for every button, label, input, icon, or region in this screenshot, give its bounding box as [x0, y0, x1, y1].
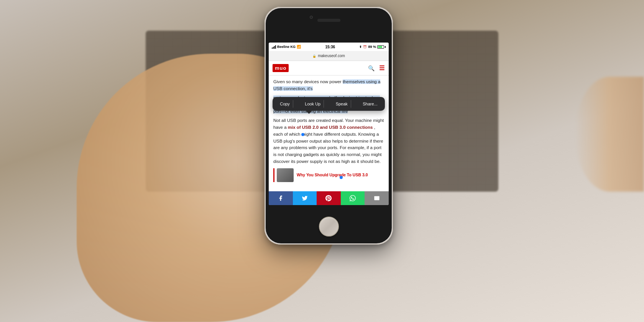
selection-handle-right[interactable] [340, 176, 343, 179]
body-text-3: , each of which might have different out… [273, 125, 383, 164]
signal-bar-3 [274, 46, 275, 49]
related-title: Why You Should Upgrade To USB 3.0 [297, 172, 368, 178]
article-intro: Given so many devices now power themselv… [273, 79, 384, 92]
article-area: Copy Look Up Speak Share... Given so man… [269, 76, 389, 188]
article-body-2: Not all USB ports are created equal. You… [273, 117, 384, 165]
signal-bars [272, 45, 276, 49]
alarm-icon: ⏰ [363, 45, 367, 49]
share-bar [269, 191, 389, 205]
battery-percent: 89 % [368, 45, 376, 49]
camera [310, 16, 313, 19]
twitter-icon [302, 195, 308, 201]
battery-fill [378, 46, 382, 48]
twitter-share-button[interactable] [293, 191, 317, 205]
status-bar: Beeline KG 📶 15:36 ⬆ ⏰ 89 % [269, 43, 389, 51]
status-time: 15:36 [325, 45, 335, 49]
phone-inner: Beeline KG 📶 15:36 ⬆ ⏰ 89 % [266, 8, 392, 243]
usb-link[interactable]: mix of USB 2.0 and USB 3.0 connections [288, 125, 373, 130]
context-copy-button[interactable]: Copy [277, 100, 293, 108]
whatsapp-icon [350, 195, 356, 201]
phone-wrapper: Beeline KG 📶 15:36 ⬆ ⏰ 89 % [264, 7, 393, 245]
related-article-box[interactable]: Why You Should Upgrade To USB 3.0 [273, 168, 384, 182]
location-icon: ⬆ [359, 45, 362, 49]
finger-right-background [575, 77, 644, 192]
context-share-button[interactable]: Share... [360, 100, 381, 108]
signal-bar-4 [275, 45, 276, 49]
selection-handle-left[interactable] [301, 133, 304, 136]
context-menu: Copy Look Up Speak Share... [273, 97, 385, 111]
carrier-name: Beeline KG [277, 45, 296, 49]
search-icon[interactable]: 🔍 [368, 65, 375, 71]
signal-bar-1 [272, 48, 273, 49]
status-left: Beeline KG 📶 [272, 45, 301, 49]
context-speak-button[interactable]: Speak [333, 100, 351, 108]
nav-icons: 🔍 ☰ [368, 64, 385, 72]
intro-unselected: Given so many devices now power [273, 79, 343, 84]
battery-indicator [377, 45, 386, 49]
iphone: Beeline KG 📶 15:36 ⬆ ⏰ 89 % [264, 7, 393, 245]
muo-logo[interactable]: muo [273, 64, 289, 72]
screen: Beeline KG 📶 15:36 ⬆ ⏰ 89 % [269, 43, 389, 205]
menu-icon[interactable]: ☰ [379, 64, 385, 72]
signal-bar-2 [273, 47, 274, 49]
wifi-icon: 📶 [297, 45, 301, 49]
nav-bar: muo 🔍 ☰ [269, 61, 389, 76]
lock-icon [312, 54, 316, 58]
address-bar[interactable]: makeuseof.com [269, 51, 389, 61]
whatsapp-share-button[interactable] [341, 191, 365, 205]
status-right: ⬆ ⏰ 89 % [359, 45, 386, 49]
pinterest-share-button[interactable] [317, 191, 341, 205]
context-lookup-button[interactable]: Look Up [302, 100, 324, 108]
facebook-icon [278, 195, 284, 201]
speaker [317, 19, 340, 22]
home-button[interactable] [319, 217, 339, 237]
facebook-share-button[interactable] [269, 191, 293, 205]
email-share-button[interactable] [365, 191, 389, 205]
pinterest-icon [325, 195, 332, 201]
url-text: makeuseof.com [318, 54, 345, 58]
article-content: Given so many devices now power themselv… [269, 76, 389, 188]
related-thumbnail [277, 168, 294, 182]
email-icon [374, 195, 380, 201]
battery-body [377, 45, 384, 49]
battery-tip [385, 46, 386, 48]
